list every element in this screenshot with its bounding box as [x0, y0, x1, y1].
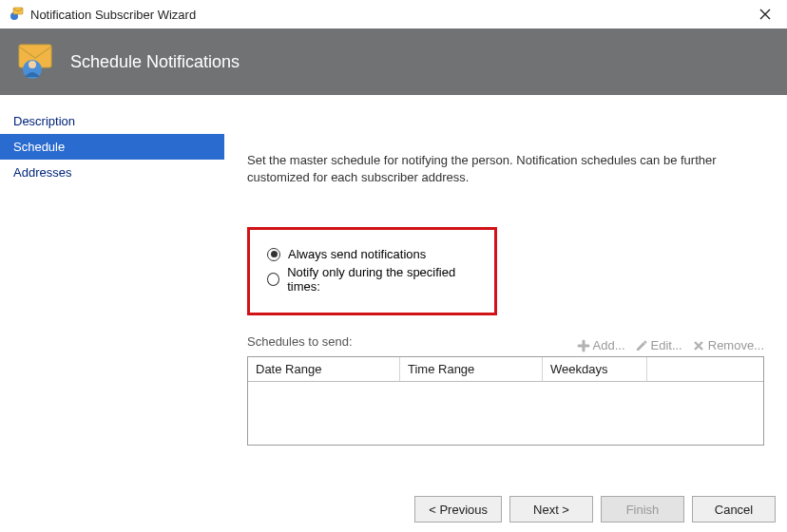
add-button[interactable]: Add... [577, 338, 625, 352]
add-icon [577, 339, 590, 352]
svg-rect-1 [13, 8, 23, 14]
radio-specified-label: Notify only during the specified times: [287, 265, 477, 294]
banner-icon [13, 39, 57, 86]
window-title: Notification Subscriber Wizard [30, 8, 196, 22]
schedule-grid[interactable]: Date Range Time Range Weekdays [247, 356, 764, 446]
title-bar: Notification Subscriber Wizard [0, 0, 787, 28]
edit-icon [635, 339, 648, 352]
col-time-range[interactable]: Time Range [400, 357, 543, 381]
col-weekdays[interactable]: Weekdays [543, 357, 647, 381]
sidebar-item-addresses[interactable]: Addresses [0, 160, 224, 185]
schedules-label: Schedules to send: [247, 334, 353, 352]
notification-mode-group: Always send notifications Notify only du… [247, 227, 497, 315]
col-date-range[interactable]: Date Range [248, 357, 400, 381]
banner-title: Schedule Notifications [70, 52, 240, 72]
schedule-toolbar: Add... Edit... Remove... [577, 338, 764, 352]
col-spacer [647, 357, 763, 381]
remove-label: Remove... [708, 338, 764, 352]
cancel-button[interactable]: Cancel [692, 496, 776, 522]
radio-always[interactable]: Always send notifications [267, 247, 477, 261]
remove-icon [692, 339, 705, 352]
finish-button: Finish [601, 496, 684, 522]
edit-label: Edit... [651, 338, 682, 352]
edit-button[interactable]: Edit... [635, 338, 682, 352]
wizard-sidebar: Description Schedule Addresses [0, 95, 224, 486]
remove-button[interactable]: Remove... [692, 338, 764, 352]
previous-button[interactable]: < Previous [414, 496, 502, 522]
radio-always-label: Always send notifications [288, 247, 426, 261]
close-button[interactable] [751, 0, 779, 28]
wizard-banner: Schedule Notifications [0, 28, 787, 95]
radio-icon [267, 273, 279, 286]
wizard-footer: < Previous Next > Finish Cancel [0, 486, 787, 532]
svg-point-4 [29, 61, 36, 68]
sidebar-item-description[interactable]: Description [0, 108, 224, 134]
radio-icon [267, 248, 280, 261]
wizard-main: Set the master schedule for notifying th… [224, 95, 787, 486]
intro-text: Set the master schedule for notifying th… [247, 152, 764, 185]
grid-header: Date Range Time Range Weekdays [248, 357, 763, 382]
add-label: Add... [593, 338, 625, 352]
wizard-body: Description Schedule Addresses Set the m… [0, 95, 787, 486]
app-icon [8, 6, 25, 23]
radio-specified-times[interactable]: Notify only during the specified times: [267, 265, 477, 294]
schedule-toolbar-row: Schedules to send: Add... Edit... Remove… [247, 334, 764, 352]
next-button[interactable]: Next > [509, 496, 593, 522]
sidebar-item-schedule[interactable]: Schedule [0, 134, 224, 160]
close-icon [759, 9, 771, 20]
